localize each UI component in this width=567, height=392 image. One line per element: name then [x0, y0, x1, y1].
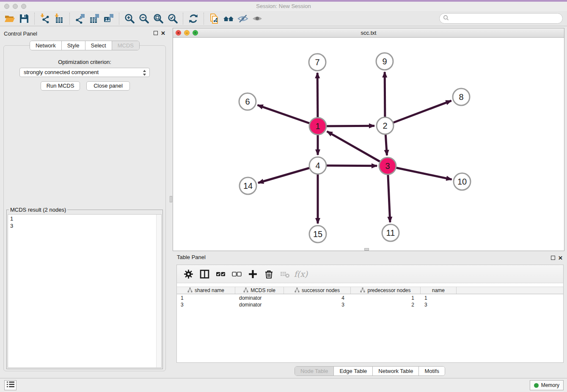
- columns-icon[interactable]: [196, 267, 212, 281]
- network-maximize-button[interactable]: +: [193, 30, 198, 36]
- function-builder-icon: f(x): [293, 267, 309, 281]
- graph-node-4[interactable]: 4: [309, 157, 326, 174]
- settings-icon[interactable]: [180, 267, 196, 281]
- table-cell[interactable]: 4: [284, 295, 351, 301]
- app-minimize-button[interactable]: [13, 4, 18, 9]
- graph-node-7[interactable]: 7: [309, 54, 326, 71]
- graph-node-9[interactable]: 9: [376, 53, 393, 70]
- select-all-icon[interactable]: [212, 267, 228, 281]
- graph-node-2[interactable]: 2: [377, 117, 394, 134]
- table-cell[interactable]: 2: [351, 301, 421, 308]
- import-table-icon[interactable]: [52, 12, 66, 25]
- hide-selected-icon[interactable]: [236, 12, 250, 25]
- graph-node-6[interactable]: 6: [239, 93, 256, 110]
- add-row-icon[interactable]: [245, 267, 261, 281]
- graph-node-10[interactable]: 10: [454, 173, 471, 190]
- tab-select[interactable]: Select: [85, 41, 112, 50]
- table-cell[interactable]: 3: [284, 301, 351, 308]
- app-zoom-button[interactable]: [21, 4, 26, 9]
- select-value: strongly connected component: [24, 69, 99, 75]
- edge-3-10[interactable]: [388, 166, 452, 179]
- column-header-successor-nodes[interactable]: successor nodes: [284, 287, 351, 294]
- column-header-name[interactable]: name: [421, 287, 457, 294]
- close-panel-button[interactable]: Close panel: [86, 81, 130, 91]
- table-header-row: shared nameMCDS rolesuccessor nodesprede…: [177, 287, 563, 294]
- result-scrollbar[interactable]: [156, 215, 161, 367]
- refresh-layout-icon[interactable]: [186, 12, 201, 25]
- toolbar-separator: [34, 13, 35, 25]
- zoom-out-icon[interactable]: [137, 12, 151, 25]
- delete-row-icon[interactable]: [261, 267, 277, 281]
- column-label: name: [432, 287, 445, 293]
- edge-2-8[interactable]: [385, 101, 451, 126]
- select-stepper-icon: [143, 69, 146, 79]
- network-canvas[interactable]: 7968124314101511: [173, 38, 564, 251]
- float-table-panel-icon[interactable]: [550, 256, 556, 261]
- zoom-fit-icon[interactable]: [151, 12, 165, 25]
- float-panel-icon[interactable]: [153, 31, 158, 36]
- table-tab-motifs[interactable]: Motifs: [418, 367, 445, 375]
- optimization-criterion-select[interactable]: strongly connected component: [19, 68, 150, 77]
- svg-text:9: 9: [382, 57, 387, 66]
- first-neighbors-icon[interactable]: [221, 12, 236, 25]
- graph-node-1[interactable]: 1: [309, 118, 326, 135]
- deselect-all-icon[interactable]: [228, 267, 245, 281]
- edge-3-1[interactable]: [327, 131, 388, 166]
- zoom-selected-icon[interactable]: [165, 12, 180, 25]
- clone-network-icon[interactable]: [207, 12, 221, 25]
- graph-node-14[interactable]: 14: [239, 177, 256, 194]
- run-mcds-button[interactable]: Run MCDS: [41, 81, 80, 91]
- close-table-panel-icon[interactable]: ✕: [558, 256, 563, 261]
- table-cell[interactable]: 1: [177, 295, 235, 301]
- show-all-icon[interactable]: [250, 12, 264, 25]
- tab-network[interactable]: Network: [30, 41, 61, 50]
- table-tab-network-table[interactable]: Network Table: [372, 367, 418, 375]
- memory-button[interactable]: Memory: [530, 380, 564, 390]
- table-panel: Table Panel ✕ f(x) shared nameMCDS roles…: [173, 251, 567, 378]
- column-header-predecessor-nodes[interactable]: predecessor nodes: [351, 287, 421, 294]
- column-header-shared-name[interactable]: shared name: [177, 287, 235, 294]
- mcds-result-textarea[interactable]: 13: [8, 214, 162, 368]
- export-network-icon[interactable]: [73, 12, 87, 25]
- table-row[interactable]: 3dominator323: [177, 301, 563, 308]
- svg-text:10: 10: [457, 177, 467, 186]
- table-cell[interactable]: 1: [351, 295, 421, 301]
- table-cell[interactable]: dominator: [235, 301, 284, 308]
- tab-style[interactable]: Style: [61, 41, 85, 50]
- edge-4-14[interactable]: [258, 166, 318, 183]
- tab-mcds[interactable]: MCDS: [112, 41, 139, 50]
- network-window-titlebar[interactable]: ✕ − + scc.txt: [173, 28, 564, 38]
- app-close-button[interactable]: [4, 4, 9, 9]
- table-tab-node-table[interactable]: Node Table: [295, 367, 334, 375]
- export-image-icon[interactable]: [102, 12, 116, 25]
- column-header-MCDS-role[interactable]: MCDS role: [235, 287, 284, 294]
- task-history-button[interactable]: [4, 380, 17, 390]
- graph-node-11[interactable]: 11: [382, 224, 399, 241]
- table-cell[interactable]: 3: [421, 301, 457, 308]
- close-panel-icon[interactable]: ✕: [160, 31, 166, 36]
- vertical-splitter-grip[interactable]: [170, 196, 172, 202]
- control-panel: Control Panel ✕ NetworkStyleSelectMCDS O…: [0, 26, 169, 378]
- table-cell[interactable]: 3: [177, 301, 235, 308]
- graph-node-8[interactable]: 8: [453, 88, 470, 105]
- table-row[interactable]: 1dominator411: [177, 295, 563, 301]
- table-cell[interactable]: dominator: [235, 295, 284, 301]
- graph-node-3[interactable]: 3: [379, 157, 396, 174]
- table-cell[interactable]: 1: [421, 295, 457, 301]
- network-minimize-button[interactable]: −: [184, 30, 190, 36]
- save-session-icon[interactable]: [17, 12, 31, 25]
- table-rows: 1dominator4113dominator323: [177, 295, 563, 308]
- column-label: successor nodes: [302, 287, 340, 293]
- search-box[interactable]: [439, 13, 563, 24]
- horizontal-splitter-grip[interactable]: [364, 248, 369, 251]
- zoom-in-icon[interactable]: [122, 12, 137, 25]
- network-close-button[interactable]: ✕: [176, 30, 181, 36]
- import-network-icon[interactable]: [38, 12, 52, 25]
- graph-node-15[interactable]: 15: [309, 226, 326, 243]
- table-tab-edge-table[interactable]: Edge Table: [333, 367, 372, 375]
- search-input[interactable]: [449, 14, 562, 23]
- export-table-icon[interactable]: [87, 12, 102, 25]
- memory-label: Memory: [541, 382, 559, 388]
- edge-1-6[interactable]: [258, 105, 318, 126]
- open-session-icon[interactable]: [3, 12, 17, 25]
